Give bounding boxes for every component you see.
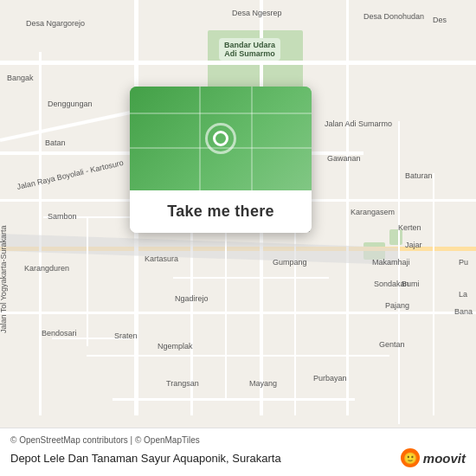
place-name: Depot Lele Dan Tanaman Sayur Aquaponik, … <box>10 452 281 465</box>
take-me-there-button[interactable]: Take me there <box>167 203 274 221</box>
label-kartasura: Kartasura <box>145 254 178 263</box>
label-pu: Pu <box>459 258 468 267</box>
label-batan: Batan <box>45 138 66 147</box>
label-mayang: Mayang <box>249 379 277 388</box>
label-ngadirejo: Ngadirejo <box>175 294 209 303</box>
label-jalan-raya-boyolali: Jalan Raya Boyolali - Kartosuro <box>16 158 124 191</box>
map-pin <box>203 121 238 156</box>
label-purbayan: Purbayan <box>313 374 347 383</box>
map-container: Bandar UdaraAdi Sumarmo Desa Ngargorejo … <box>0 0 476 476</box>
road-bottom <box>87 355 389 357</box>
pin-inner-circle <box>213 131 228 146</box>
label-ngemplak: Ngemplak <box>158 342 193 351</box>
label-gawanan: Gawanan <box>327 154 361 163</box>
label-baturan: Baturan <box>405 171 433 180</box>
label-bana: Bana <box>454 307 473 316</box>
label-jalan-adi: Jalan Adi Sumarmo <box>325 119 392 128</box>
label-donohudan: Desa Donohudan <box>363 12 424 21</box>
road-tol <box>0 234 398 265</box>
label-bangak: Bangak <box>7 74 34 82</box>
label-jalan-tol: Jalan Tol Yogyakarta-Surakarta <box>0 226 8 333</box>
label-la: La <box>459 290 467 299</box>
label-bumi: Bumi <box>402 280 420 288</box>
attribution: © OpenStreetMap contributors | © OpenMap… <box>10 435 466 445</box>
popup-road-v <box>199 87 201 190</box>
label-kerten: Kerten <box>398 223 421 232</box>
label-sraten: Sraten <box>114 331 138 340</box>
bottom-bar: © OpenStreetMap contributors | © OpenMap… <box>0 428 476 476</box>
label-gentan: Gentan <box>379 340 405 349</box>
label-trangsan: Trangsan <box>166 379 199 388</box>
label-karangduren: Karangduren <box>24 264 69 273</box>
popup-road-v2 <box>251 87 253 190</box>
road-minor-2 <box>173 277 329 279</box>
popup-button-section[interactable]: Take me there <box>130 190 312 233</box>
popup-road-h <box>130 113 312 114</box>
label-gumpang: Gumpang <box>273 258 307 267</box>
label-ngargorejo: Desa Ngargorejo <box>26 19 85 28</box>
map-background: Bandar UdaraAdi Sumarmo Desa Ngargorejo … <box>0 0 476 476</box>
road-minor-v1 <box>87 216 88 346</box>
label-denggungan: Denggungan <box>48 100 93 108</box>
road-top <box>0 61 476 65</box>
label-karangasem: Karangasem <box>351 208 395 216</box>
airport-label: Bandar UdaraAdi Sumarmo <box>219 38 280 61</box>
moovit-face: 🙂 <box>403 452 417 465</box>
road-minor-v4 <box>433 173 434 415</box>
road-lower <box>0 312 476 314</box>
moovit-icon: 🙂 <box>401 448 420 467</box>
label-ngesrep: Desa Ngesrep <box>232 9 282 17</box>
popup-map-preview <box>130 87 312 190</box>
road-minor-v3 <box>398 121 400 424</box>
label-des: Des <box>433 16 447 24</box>
label-jajar: Jajar <box>405 241 422 249</box>
pin-outer-circle <box>205 123 236 154</box>
label-makamhaji: Makamhaji <box>372 258 410 267</box>
label-sambon: Sambon <box>48 212 77 221</box>
road-v-left <box>39 52 42 415</box>
label-bendosari: Bendosari <box>42 329 77 338</box>
moovit-logo: 🙂 moovit <box>401 448 466 467</box>
popup-card: Take me there <box>130 87 312 233</box>
place-info-line: Depot Lele Dan Tanaman Sayur Aquaponik, … <box>10 448 466 467</box>
moovit-text: moovit <box>423 451 466 466</box>
road-v-right <box>346 0 349 415</box>
airport-label-text: Bandar UdaraAdi Sumarmo <box>224 41 275 58</box>
road-trangsan <box>113 398 355 401</box>
label-pajang: Pajang <box>385 301 409 310</box>
